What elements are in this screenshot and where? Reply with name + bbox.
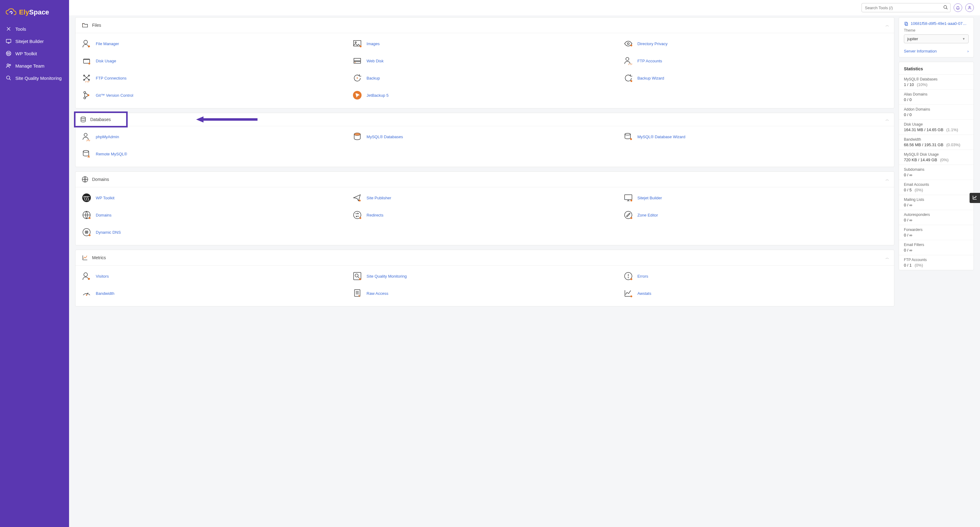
tool-visitors[interactable]: Visitors [79,267,349,285]
tool-link[interactable]: JetBackup 5 [366,93,388,97]
tool-site-publisher[interactable]: Site Publisher [349,189,620,206]
tool-link[interactable]: Zone Editor [638,213,658,217]
sidebar-item-sqm[interactable]: Site Quality Monitoring [0,72,69,84]
tool-link[interactable]: Domains [96,213,111,217]
tool-web-disk[interactable]: Web Disk [349,52,620,69]
tool-link[interactable]: FTP Accounts [638,59,662,63]
panel-head-databases[interactable]: Databases ︿ [75,113,894,126]
chevron-up-icon[interactable]: ︿ [886,177,889,182]
token-row[interactable]: 10681f58-d9f5-49e1-aaa0-07… [904,21,969,26]
tool-awstats[interactable]: Awstats [620,285,891,302]
tool-link[interactable]: Backup [366,76,380,80]
tool-link[interactable]: Dynamic DNS [96,230,121,235]
tool-link[interactable]: Site Quality Monitoring [366,274,407,279]
tool-link[interactable]: Errors [638,274,648,279]
sidebar-item-wptoolkit[interactable]: WP Toolkit [0,47,69,59]
tool-ftp-accounts[interactable]: FTPFTP Accounts [620,52,891,69]
tool-link[interactable]: Sitejet Builder [638,196,662,200]
phpmyadmin-icon: php [82,132,91,142]
svg-point-33 [81,117,86,119]
sidebar-item-sitejet[interactable]: Sitejet Builder [0,35,69,47]
tool-raw-access[interactable]: Raw Access [349,285,620,302]
notifications-button[interactable] [954,3,962,12]
svg-point-41 [630,138,632,140]
tool-bandwidth[interactable]: Bandwidth [79,285,349,302]
tool-link[interactable]: Git™ Version Control [96,93,133,97]
tool-link[interactable]: Site Publisher [366,196,391,200]
tool-link[interactable]: Raw Access [366,291,388,296]
svg-point-28 [630,80,632,82]
tool-link[interactable]: Redirects [366,213,383,217]
disk-usage-icon [82,56,91,66]
svg-point-56 [84,273,88,276]
theme-select[interactable]: jupiter ▼ [904,34,969,43]
svg-rect-0 [6,39,11,43]
tool-link[interactable]: Remote MySQL® [96,152,127,157]
tool-sqm[interactable]: Site Quality Monitoring [349,267,620,285]
mysql-wizard-icon [624,132,633,142]
tool-wp-toolkit[interactable]: WP Toolkit [79,189,349,206]
feedback-tab[interactable] [970,193,980,203]
tool-link[interactable]: Backup Wizard [638,76,664,80]
tool-link[interactable]: FTP Connections [96,76,126,80]
tool-errors[interactable]: Errors [620,267,891,285]
tool-domains[interactable]: Domains [79,206,349,224]
sidebar-item-manage-team[interactable]: Manage Team [0,59,69,72]
tool-file-manager[interactable]: File Manager [79,35,349,52]
tool-link[interactable]: Directory Privacy [638,42,668,46]
tool-redirects[interactable]: Redirects [349,206,620,224]
tool-jetbackup[interactable]: JetBackup 5 [349,86,620,104]
tool-link[interactable]: Web Disk [366,59,383,63]
tool-backup[interactable]: Backup [349,69,620,86]
stat-label: Alias Domains [904,92,969,96]
panel-head-files[interactable]: Files ︿ [75,18,894,33]
tool-directory-privacy[interactable]: Directory Privacy [620,35,891,52]
sidebar-item-tools[interactable]: Tools [0,23,69,35]
search-input[interactable] [862,3,951,12]
errors-icon [624,271,633,281]
tool-disk-usage[interactable]: Disk Usage [79,52,349,69]
token-text: 10681f58-d9f5-49e1-aaa0-07… [911,21,967,26]
search-icon[interactable] [943,5,948,11]
tool-link[interactable]: File Manager [96,42,119,46]
account-button[interactable] [965,3,974,12]
panel-head-domains[interactable]: Domains ︿ [75,172,894,187]
tool-phpmyadmin[interactable]: phpphpMyAdmin [79,128,349,145]
svg-point-3 [9,64,11,66]
tool-link[interactable]: Disk Usage [96,59,116,63]
stat-value: 164.31 MB / 14.65 GB (1.1%) [904,128,969,132]
tool-git[interactable]: Git™ Version Control [79,86,349,104]
tool-images[interactable]: Images [349,35,620,52]
tool-link[interactable]: phpMyAdmin [96,134,119,139]
tool-link[interactable]: Visitors [96,274,109,279]
server-info-link[interactable]: Server Information › [904,46,969,53]
stat-label: Email Accounts [904,182,969,187]
stat-value: 720 KB / 14.49 GB (0%) [904,158,969,162]
tool-zone-editor[interactable]: Zone Editor [620,206,891,224]
tool-remote-mysql[interactable]: Remote MySQL® [79,145,349,163]
tool-mysql-wizard[interactable]: MySQL® Database Wizard [620,128,891,145]
chevron-right-icon: › [967,49,969,53]
tool-backup-wizard[interactable]: Backup Wizard [620,69,891,86]
tool-dynamic-dns[interactable]: Dynamic DNS [79,224,349,241]
tool-link[interactable]: MySQL® Databases [366,134,403,139]
tool-sitejet-builder[interactable]: Sitejet Builder [620,189,891,206]
tool-link[interactable]: WP Toolkit [96,196,115,200]
brand-logo[interactable]: ElySpace [0,5,69,23]
panel-head-metrics[interactable]: Metrics ︿ [75,250,894,266]
team-icon [6,63,12,69]
stat-value: 0 / 5 (0%) [904,188,969,192]
chevron-up-icon[interactable]: ︿ [886,117,889,122]
chevron-up-icon[interactable]: ︿ [886,255,889,260]
svg-rect-68 [905,23,908,26]
stat-row: Bandwidth68.56 MB / 195.31 GB (0.03%) [899,135,974,150]
panel-title: Metrics [92,255,106,260]
tool-link[interactable]: Bandwidth [96,291,115,296]
tool-link[interactable]: Images [366,42,380,46]
tool-ftp-connections[interactable]: FTPFTP Connections [79,69,349,86]
tool-link[interactable]: MySQL® Database Wizard [638,134,686,139]
stat-row: MySQL® Databases1 / 10 (10%) [899,75,974,90]
tool-link[interactable]: Awstats [638,291,651,296]
chevron-up-icon[interactable]: ︿ [886,23,889,28]
tool-mysql-databases[interactable]: MySQL® Databases [349,128,620,145]
